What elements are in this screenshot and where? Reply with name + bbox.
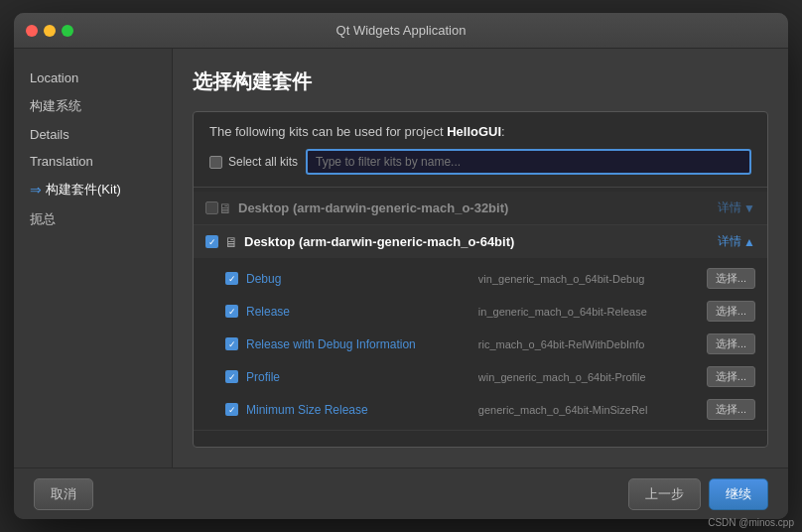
sidebar-item-details[interactable]: Details	[14, 121, 172, 148]
kit-group-header-32bit[interactable]: 🖥 Desktop (arm-darwin-generic-mach_o-32b…	[194, 192, 767, 224]
detail-label-32bit: 详情	[718, 200, 741, 216]
sidebar-item-label: 扼总	[30, 210, 56, 228]
kit-list: 🖥 Desktop (arm-darwin-generic-mach_o-32b…	[194, 188, 767, 447]
sidebar-item-location[interactable]: Location	[14, 65, 172, 91]
min-size-path: generic_mach_o_64bit-MinSizeRel	[478, 404, 707, 416]
maximize-button[interactable]	[62, 25, 73, 37]
detail-button-64bit[interactable]: 详情 ▲	[718, 233, 755, 250]
main-content: 选择构建套件 The following kits can be used fo…	[173, 49, 788, 467]
detail-button-32bit[interactable]: 详情 ▼	[718, 200, 755, 216]
arrow-icon: ⇒	[30, 182, 42, 198]
back-button[interactable]: 上一步	[628, 478, 701, 510]
release-debug-name: Release with Debug Information	[246, 337, 478, 351]
profile-choose-button[interactable]: 选择...	[707, 366, 755, 387]
filter-row: Select all kits	[209, 149, 751, 175]
select-all-label[interactable]: Select all kits	[209, 155, 298, 169]
sidebar-item-label: 构建套件(Kit)	[46, 181, 121, 199]
release-checkbox[interactable]: ✓	[225, 305, 238, 318]
titlebar: Qt Widgets Application	[14, 13, 788, 49]
detail-label-64bit: 详情	[718, 233, 741, 250]
kit-description: The following kits can be used for proje…	[209, 124, 751, 139]
window-title: Qt Widgets Application	[336, 23, 467, 38]
min-size-name: Minimum Size Release	[246, 403, 478, 417]
close-button[interactable]	[26, 25, 38, 37]
description-prefix: The following kits can be used for proje…	[209, 124, 447, 139]
release-debug-checkbox[interactable]: ✓	[225, 337, 238, 350]
debug-choose-button[interactable]: 选择...	[707, 268, 755, 289]
sidebar: Location 构建系统 Details Translation ⇒ 构建套件…	[14, 49, 173, 467]
sidebar-item-translation[interactable]: Translation	[14, 148, 172, 175]
main-window: Qt Widgets Application Location 构建系统 Det…	[14, 13, 788, 519]
profile-checkbox[interactable]: ✓	[225, 370, 238, 383]
project-name: HelloGUI	[447, 124, 501, 139]
kit-sub-items-64bit: ✓ Debug vin_generic_mach_o_64bit-Debug 选…	[194, 258, 767, 430]
sidebar-item-label: 构建系统	[30, 97, 81, 115]
release-debug-choose-button[interactable]: 选择...	[707, 333, 755, 354]
footer-right: 上一步 继续	[628, 478, 768, 510]
sidebar-item-summary[interactable]: 扼总	[14, 204, 172, 234]
kit-group-checkbox-32bit[interactable]	[205, 201, 218, 214]
min-size-choose-button[interactable]: 选择...	[707, 399, 755, 420]
content-area: Location 构建系统 Details Translation ⇒ 构建套件…	[14, 49, 788, 467]
select-all-checkbox[interactable]	[209, 156, 222, 169]
debug-name: Debug	[246, 272, 478, 286]
kit-group-32bit: 🖥 Desktop (arm-darwin-generic-mach_o-32b…	[194, 192, 767, 225]
profile-name: Profile	[246, 370, 478, 384]
monitor-icon: 🖥	[218, 200, 232, 216]
minimize-button[interactable]	[44, 25, 56, 37]
debug-path: vin_generic_mach_o_64bit-Debug	[478, 273, 707, 285]
kit-sub-item-min-size: ✓ Minimum Size Release generic_mach_o_64…	[194, 393, 767, 426]
release-choose-button[interactable]: 选择...	[707, 301, 755, 322]
footer: 取消 上一步 继续	[14, 467, 788, 519]
kit-group-checkbox-64bit[interactable]: ✓	[205, 235, 218, 248]
kit-sub-item-release-debug: ✓ Release with Debug Information ric_mac…	[194, 328, 767, 360]
kit-header: The following kits can be used for proje…	[194, 112, 767, 188]
sidebar-item-label: Translation	[30, 154, 93, 169]
kit-sub-item-release: ✓ Release in_generic_mach_o_64bit-Releas…	[194, 295, 767, 328]
min-size-checkbox[interactable]: ✓	[225, 403, 238, 416]
continue-button[interactable]: 继续	[709, 478, 768, 510]
kit-group-name-64bit: Desktop (arm-darwin-generic-mach_o-64bit…	[244, 234, 718, 249]
kit-group-header-64bit[interactable]: ✓ 🖥 Desktop (arm-darwin-generic-mach_o-6…	[194, 225, 767, 258]
profile-path: win_generic_mach_o_64bit-Profile	[478, 371, 707, 383]
chevron-up-icon: ▲	[743, 235, 755, 249]
monitor-icon-64bit: 🖥	[224, 234, 238, 250]
page-title: 选择构建套件	[193, 68, 768, 95]
traffic-lights	[26, 25, 73, 37]
watermark: CSDN @minos.cpp	[708, 517, 794, 528]
kit-sub-item-debug: ✓ Debug vin_generic_mach_o_64bit-Debug 选…	[194, 262, 767, 295]
kit-container: The following kits can be used for proje…	[193, 111, 768, 448]
filter-input[interactable]	[306, 149, 751, 175]
description-suffix: :	[501, 124, 505, 139]
kit-group-64bit: ✓ 🖥 Desktop (arm-darwin-generic-mach_o-6…	[194, 225, 767, 431]
debug-checkbox[interactable]: ✓	[225, 272, 238, 285]
cancel-button[interactable]: 取消	[34, 478, 93, 510]
sidebar-item-build-system[interactable]: 构建系统	[14, 91, 172, 121]
release-path: in_generic_mach_o_64bit-Release	[478, 306, 707, 318]
kit-group-name-32bit: Desktop (arm-darwin-generic-mach_o-32bit…	[238, 200, 718, 215]
kit-sub-item-profile: ✓ Profile win_generic_mach_o_64bit-Profi…	[194, 360, 767, 393]
sidebar-item-label: Details	[30, 127, 69, 142]
select-all-text: Select all kits	[228, 155, 298, 169]
chevron-down-icon: ▼	[743, 201, 755, 215]
sidebar-item-label: Location	[30, 70, 78, 85]
sidebar-item-kit[interactable]: ⇒ 构建套件(Kit)	[14, 175, 172, 204]
release-debug-path: ric_mach_o_64bit-RelWithDebInfo	[478, 338, 707, 350]
release-name: Release	[246, 305, 478, 319]
